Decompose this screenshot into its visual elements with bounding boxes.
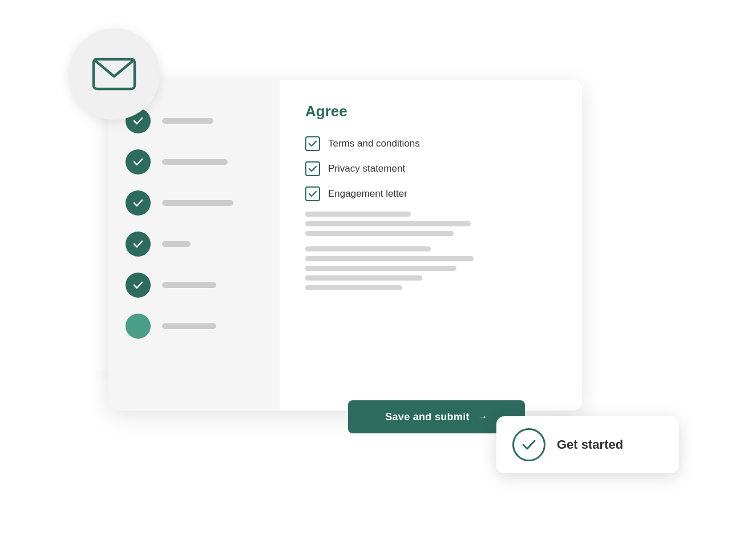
checkbox-privacy[interactable] [305,161,320,176]
check-icon-1 [132,115,144,127]
get-started-check-icon [520,436,538,454]
text-line [305,221,471,226]
sidebar-dot-6-active [126,314,151,339]
sidebar-line-4 [162,241,191,247]
text-group-1 [305,212,556,236]
checkbox-engagement[interactable] [305,186,320,201]
email-icon [91,57,137,91]
sidebar-dot-4 [126,232,151,257]
check-icon-privacy [308,164,317,173]
get-started-circle-icon [512,428,545,461]
sidebar-dot-3 [126,190,151,216]
sidebar-item [126,232,262,257]
sidebar-item [126,149,262,174]
checkbox-label-privacy: Privacy statement [328,163,405,174]
sidebar-dot-5 [126,273,151,298]
text-line [305,275,422,281]
checkbox-terms[interactable] [305,136,320,151]
sidebar-item [126,273,262,298]
checkbox-item-2[interactable]: Privacy statement [305,161,556,176]
checkbox-item-3[interactable]: Engagement letter [305,186,556,201]
check-icon-3 [132,197,144,209]
main-card: Agree Terms and conditions Privacy state… [108,80,582,411]
checkbox-item-1[interactable]: Terms and conditions [305,136,556,151]
sidebar-dot-2 [126,149,151,174]
sidebar-line-5 [162,282,216,288]
text-group-2 [305,246,556,290]
sidebar-line-6 [162,323,216,329]
sidebar-item [126,108,262,133]
sidebar-item-active [126,314,262,339]
sidebar-line-2 [162,159,228,165]
sidebar-line-1 [162,118,213,124]
check-icon-terms [308,139,317,148]
check-icon-4 [132,238,144,250]
get-started-card[interactable]: Get started [496,416,679,473]
checkbox-label-engagement: Engagement letter [328,188,407,200]
check-icon-5 [132,279,144,291]
text-line [305,246,431,251]
text-line [305,212,411,217]
check-icon-2 [132,156,144,168]
arrow-icon: → [478,411,488,423]
agree-title: Agree [305,103,556,120]
sidebar [108,80,280,411]
save-submit-label: Save and submit [385,411,470,423]
scene: Agree Terms and conditions Privacy state… [57,29,685,485]
sidebar-item [126,190,262,216]
email-bubble [68,29,160,120]
text-line [305,285,402,290]
text-line [305,256,474,261]
check-icon-engagement [308,189,317,198]
get-started-label: Get started [557,437,623,452]
sidebar-line-3 [162,200,233,206]
text-line [305,266,456,271]
main-content: Agree Terms and conditions Privacy state… [280,80,582,411]
checkbox-label-terms: Terms and conditions [328,138,420,149]
text-line [305,231,454,236]
